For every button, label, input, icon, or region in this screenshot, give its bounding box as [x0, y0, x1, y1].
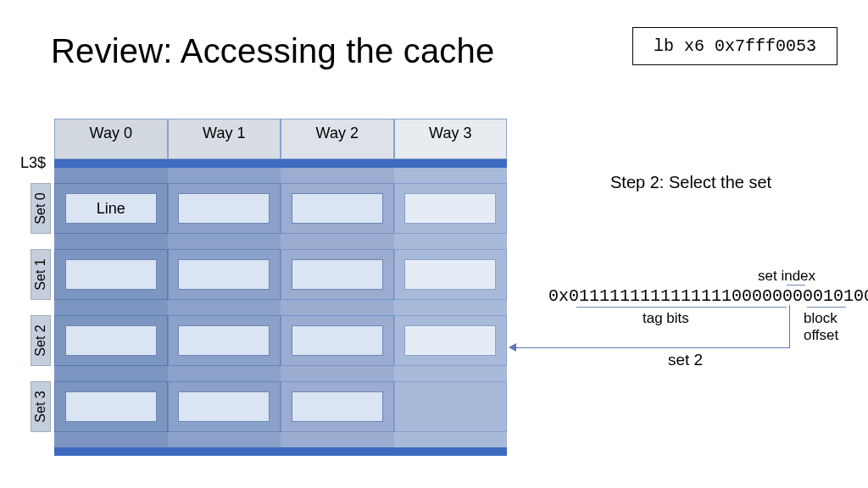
connector-vertical: [789, 305, 790, 347]
line-box: [292, 325, 383, 356]
line-box: [404, 325, 496, 356]
way-header-row: Way 0 Way 1 Way 2 Way 3: [54, 119, 507, 159]
page-title: Review: Accessing the cache: [51, 32, 494, 70]
line-box: [178, 391, 270, 422]
cache-diagram: Way 0 Way 1 Way 2 Way 3 Set 0 Line Set 1: [54, 119, 507, 456]
line-label: Line: [65, 193, 157, 224]
line-box: [292, 391, 383, 422]
set-2-row: Set 2: [54, 315, 507, 366]
set-1-label: Set 1: [31, 249, 51, 300]
set-0-label: Set 0: [31, 183, 51, 234]
set-index-underline: [787, 285, 805, 286]
gap-row: [54, 168, 507, 183]
set-3-label: Set 3: [31, 381, 51, 432]
line-box: [292, 259, 383, 290]
step-label: Step 2: Select the set: [610, 173, 771, 192]
gap-row: [54, 234, 507, 249]
way-0-header: Way 0: [54, 119, 168, 159]
line-box: [404, 259, 496, 290]
l3-label: L3$: [20, 154, 46, 172]
set-2-label: Set 2: [31, 315, 51, 366]
selected-set-label: set 2: [668, 351, 703, 369]
gap-row: [54, 366, 507, 381]
line-box: [178, 193, 270, 224]
line-box: [65, 325, 157, 356]
set-1-row: Set 1: [54, 249, 507, 300]
set-index-label: set index: [758, 268, 815, 285]
line-box: [65, 391, 157, 422]
binary-address: 0x01111111111111110000000001010011: [548, 286, 868, 306]
line-box: [178, 325, 270, 356]
instruction-box: lb x6 0x7fff0053: [632, 27, 837, 65]
connector-arrowhead-icon: [509, 343, 516, 352]
tag-underline: [576, 307, 787, 308]
sets-area: Set 0 Line Set 1 Set 2: [54, 159, 507, 456]
line-box-empty: [405, 392, 495, 421]
set-0-row: Set 0 Line: [54, 183, 507, 234]
block-offset-underline: [807, 307, 846, 308]
way-3-header: Way 3: [394, 119, 508, 159]
gap-row: [54, 300, 507, 315]
gap-row: [54, 432, 507, 447]
block-offset-label: block offset: [804, 310, 838, 343]
set-3-row: Set 3: [54, 381, 507, 432]
line-box: [178, 259, 270, 290]
slide: Review: Accessing the cache lb x6 0x7fff…: [0, 0, 868, 488]
way-2-header: Way 2: [281, 119, 394, 159]
line-box: [404, 193, 496, 224]
line-box: [292, 193, 383, 224]
connector-horizontal: [515, 347, 790, 348]
tag-bits-label: tag bits: [643, 310, 689, 327]
line-box: [65, 259, 157, 290]
way-1-header: Way 1: [168, 119, 281, 159]
